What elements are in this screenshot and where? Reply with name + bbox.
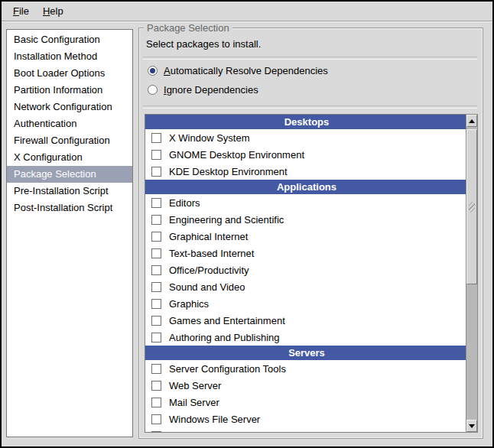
checkbox-icon[interactable] — [151, 282, 161, 292]
package-item-label: Office/Productivity — [169, 265, 249, 276]
package-item-games-and-entertainment[interactable]: Games and Entertainment — [145, 312, 468, 329]
sidebar-item-partition-information[interactable]: Partition Information — [7, 82, 132, 99]
package-item-editors[interactable]: Editors — [145, 194, 468, 211]
package-item-office-productivity[interactable]: Office/Productivity — [145, 261, 468, 278]
scrollbar-grip-icon — [469, 202, 475, 213]
package-item-authoring-and-publishing[interactable]: Authoring and Publishing — [145, 329, 468, 346]
panel-description: Select packages to install. — [146, 38, 261, 50]
package-item-label: Games and Entertainment — [169, 315, 285, 326]
package-item-engineering-and-scientific[interactable]: Engineering and Scientific — [145, 211, 468, 228]
package-item-label: Web Server — [169, 380, 221, 391]
package-item-label: Windows File Server — [169, 414, 260, 425]
sidebar-nav: Basic ConfigurationInstallation MethodBo… — [6, 29, 133, 437]
sidebar-item-post-installation-script[interactable]: Post-Installation Script — [7, 200, 132, 216]
package-selection-frame: Package Selection Select packages to ins… — [138, 28, 483, 439]
checkbox-icon[interactable] — [151, 133, 161, 143]
package-item-kde-desktop-environment[interactable]: KDE Desktop Environment — [145, 163, 468, 180]
checkbox-icon[interactable] — [151, 265, 161, 275]
radio-button-icon[interactable] — [148, 85, 158, 95]
sidebar-item-installation-method[interactable]: Installation Method — [7, 48, 132, 65]
menu-file[interactable]: File — [6, 3, 36, 19]
checkbox-icon[interactable] — [151, 381, 161, 391]
package-item-windows-file-server[interactable]: Windows File Server — [145, 411, 468, 427]
sidebar-item-pre-installation-script[interactable]: Pre-Installation Script — [7, 183, 132, 200]
radio-label: Automatically Resolve Dependencies — [164, 65, 328, 76]
checkbox-icon[interactable] — [151, 316, 161, 326]
checkbox-icon[interactable] — [151, 248, 161, 258]
package-item-label: Server Configuration Tools — [169, 363, 286, 375]
package-item-label: Text-based Internet — [169, 248, 254, 259]
package-item-mail-server[interactable]: Mail Server — [145, 394, 468, 411]
package-item-web-server[interactable]: Web Server — [145, 377, 468, 394]
frame-legend: Package Selection — [144, 22, 232, 34]
package-item-graphical-internet[interactable]: Graphical Internet — [145, 228, 468, 245]
package-item-label: KDE Desktop Environment — [169, 166, 288, 177]
package-group-header-servers: Servers — [145, 346, 468, 360]
package-item-gnome-desktop-environment[interactable]: GNOME Desktop Environment — [145, 146, 468, 163]
checkbox-icon[interactable] — [151, 333, 161, 342]
checkbox-icon[interactable] — [151, 398, 161, 407]
checkbox-icon[interactable] — [151, 232, 161, 242]
down-arrow-icon — [469, 424, 475, 428]
package-item-x-window-system[interactable]: X Window System — [145, 129, 468, 146]
package-item-label: X Window System — [169, 132, 249, 144]
radio-automatically-resolve-dependencies[interactable]: Automatically Resolve Dependencies — [148, 63, 328, 78]
package-list: DesktopsX Window SystemGNOME Desktop Env… — [145, 114, 469, 433]
separator — [143, 106, 477, 109]
radio-label: Ignore Dependencies — [164, 84, 258, 96]
sidebar-item-boot-loader-options[interactable]: Boot Loader Options — [7, 65, 132, 82]
checkbox-icon[interactable] — [151, 167, 161, 177]
package-item-partial[interactable] — [145, 427, 468, 433]
menu-help[interactable]: Help — [36, 3, 70, 19]
radio-ignore-dependencies[interactable]: Ignore Dependencies — [148, 82, 258, 97]
package-item-label: Graphical Internet — [169, 231, 248, 242]
checkbox-icon[interactable] — [151, 198, 161, 208]
sidebar-item-x-configuration[interactable]: X Configuration — [7, 149, 132, 166]
separator — [143, 57, 477, 60]
package-item-graphics[interactable]: Graphics — [145, 295, 468, 312]
vertical-scrollbar[interactable] — [466, 114, 478, 433]
package-item-label: Engineering and Scientific — [169, 214, 284, 226]
checkbox-icon[interactable] — [151, 431, 161, 433]
scrollbar-up-button[interactable] — [466, 115, 477, 127]
package-group-header-applications: Applications — [145, 180, 468, 194]
package-item-label: Authoring and Publishing — [169, 332, 280, 343]
radio-button-icon[interactable] — [148, 66, 158, 76]
checkbox-icon[interactable] — [151, 215, 161, 225]
checkbox-icon[interactable] — [151, 414, 161, 424]
package-item-label: Editors — [169, 197, 200, 209]
scrollbar-down-button[interactable] — [466, 420, 477, 432]
checkbox-icon[interactable] — [151, 364, 161, 374]
package-item-server-configuration-tools[interactable]: Server Configuration Tools — [145, 360, 468, 377]
checkbox-icon[interactable] — [151, 299, 161, 309]
package-group-header-desktops: Desktops — [145, 115, 468, 129]
scrollbar-thumb[interactable] — [466, 129, 477, 284]
sidebar-item-basic-configuration[interactable]: Basic Configuration — [7, 31, 132, 48]
up-arrow-icon — [469, 119, 475, 123]
sidebar-item-package-selection[interactable]: Package Selection — [7, 166, 132, 183]
kickstart-configurator-window: FileHelp Basic ConfigurationInstallation… — [0, 0, 494, 448]
package-item-text-based-internet[interactable]: Text-based Internet — [145, 245, 468, 261]
sidebar-item-network-configuration[interactable]: Network Configuration — [7, 99, 132, 115]
sidebar-item-authentication[interactable]: Authentication — [7, 115, 132, 132]
menu-bar: FileHelp — [2, 2, 492, 21]
package-item-label: Sound and Video — [169, 281, 245, 293]
package-item-sound-and-video[interactable]: Sound and Video — [145, 278, 468, 295]
sidebar-item-firewall-configuration[interactable]: Firewall Configuration — [7, 132, 132, 149]
package-item-label: Mail Server — [169, 397, 219, 408]
package-item-label: Graphics — [169, 298, 209, 310]
checkbox-icon[interactable] — [151, 150, 161, 160]
package-item-label: GNOME Desktop Environment — [169, 149, 304, 161]
